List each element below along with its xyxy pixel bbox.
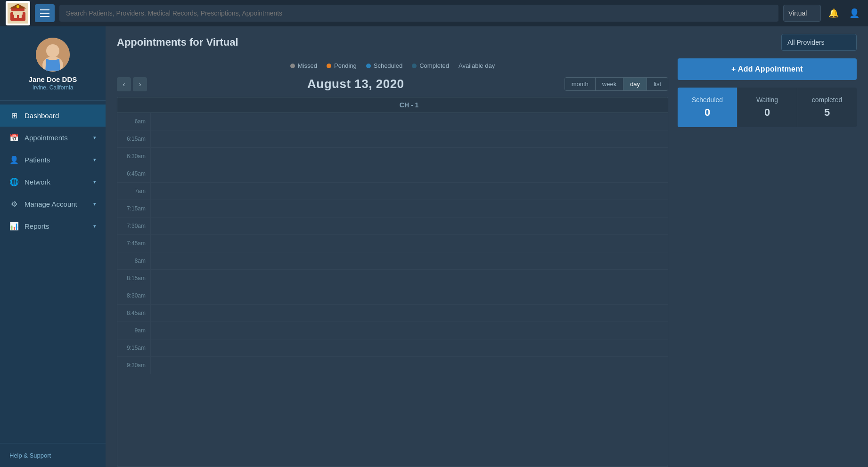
time-cell[interactable] bbox=[150, 183, 668, 200]
chevron-icon: ▾ bbox=[93, 201, 96, 207]
tab-day[interactable]: day bbox=[623, 78, 647, 90]
help-support-link[interactable]: Help & Support bbox=[9, 452, 51, 459]
time-slot: 7:30am bbox=[117, 217, 668, 235]
chevron-icon: ▾ bbox=[93, 157, 96, 163]
time-slot: 7:15am bbox=[117, 200, 668, 217]
time-cell[interactable] bbox=[150, 305, 668, 322]
tab-month[interactable]: month bbox=[565, 78, 596, 90]
prev-button[interactable]: ‹ bbox=[117, 77, 131, 91]
notification-button[interactable]: 🔔 bbox=[826, 5, 842, 21]
tab-list[interactable]: list bbox=[647, 78, 668, 90]
time-cell[interactable] bbox=[150, 287, 668, 304]
stats-row: Scheduled 0 Waiting 0 completed 5 bbox=[678, 88, 857, 127]
time-cell[interactable] bbox=[150, 270, 668, 287]
time-cell[interactable] bbox=[150, 235, 668, 252]
time-cell[interactable] bbox=[150, 339, 668, 356]
time-slot: 8:45am bbox=[117, 305, 668, 322]
completed-dot bbox=[412, 64, 417, 68]
completed-stat-value: 5 bbox=[824, 106, 830, 119]
page-title: Appointments for Virtual bbox=[117, 36, 238, 48]
network-icon: 🌐 bbox=[9, 177, 19, 186]
sidebar-item-network[interactable]: 🌐 Network ▾ bbox=[0, 171, 106, 193]
time-label: 6:15am bbox=[117, 136, 150, 142]
add-appointment-button[interactable]: + Add Appointment bbox=[678, 58, 857, 80]
chevron-icon: ▾ bbox=[93, 223, 96, 229]
svg-point-6 bbox=[16, 5, 19, 8]
time-cell[interactable] bbox=[150, 148, 668, 165]
svg-rect-5 bbox=[19, 14, 22, 18]
time-label: 9:15am bbox=[117, 345, 150, 351]
missed-dot bbox=[290, 64, 295, 68]
time-label: 8:30am bbox=[117, 292, 150, 299]
search-input[interactable] bbox=[59, 5, 778, 22]
sidebar-item-patients[interactable]: 👤 Patients ▾ bbox=[0, 149, 106, 171]
time-slot: 9:30am bbox=[117, 357, 668, 374]
time-slot: 9am bbox=[117, 322, 668, 339]
manage-account-icon: ⚙ bbox=[9, 200, 19, 209]
completed-label: Completed bbox=[419, 62, 449, 69]
time-cell[interactable] bbox=[150, 357, 668, 374]
legend-missed: Missed bbox=[290, 62, 317, 69]
scheduled-label: Scheduled bbox=[374, 62, 402, 69]
time-label: 9am bbox=[117, 327, 150, 334]
grid-column-header: CH - 1 bbox=[150, 101, 668, 109]
time-cell[interactable] bbox=[150, 200, 668, 217]
reports-icon: 📊 bbox=[9, 222, 19, 231]
nav-right: Virtual 🔔 👤 bbox=[783, 5, 862, 22]
user-menu-button[interactable]: 👤 bbox=[846, 5, 862, 21]
time-label: 7:15am bbox=[117, 205, 150, 212]
calendar-main: Missed Pending Scheduled Completed Ava bbox=[117, 58, 668, 467]
appointments-icon: 📅 bbox=[9, 133, 19, 142]
grid-header: CH - 1 bbox=[117, 97, 668, 113]
time-slot: 7:45am bbox=[117, 235, 668, 252]
time-label: 6am bbox=[117, 118, 150, 125]
next-button[interactable]: › bbox=[133, 77, 147, 91]
sidebar-item-label: Manage Account bbox=[25, 200, 77, 208]
calendar-date: August 13, 2020 bbox=[307, 77, 404, 91]
provider-select[interactable]: All Providers bbox=[781, 34, 857, 51]
sidebar-item-label: Appointments bbox=[25, 134, 68, 142]
time-cell[interactable] bbox=[150, 130, 668, 147]
hamburger-button[interactable] bbox=[35, 4, 55, 22]
time-cell[interactable] bbox=[150, 252, 668, 269]
scheduled-stat-label: Scheduled bbox=[692, 96, 723, 104]
chevron-icon: ▾ bbox=[93, 179, 96, 185]
waiting-stat-value: 0 bbox=[764, 106, 770, 119]
time-label: 8:45am bbox=[117, 310, 150, 316]
sidebar-item-manage-account[interactable]: ⚙ Manage Account ▾ bbox=[0, 193, 106, 215]
scheduled-stat-value: 0 bbox=[704, 106, 710, 119]
time-label: 8:15am bbox=[117, 275, 150, 282]
svg-point-8 bbox=[46, 44, 59, 57]
time-cell[interactable] bbox=[150, 322, 668, 339]
available-day-label: Available day bbox=[459, 62, 495, 69]
sidebar-item-reports[interactable]: 📊 Reports ▾ bbox=[0, 215, 106, 237]
sidebar-item-appointments[interactable]: 📅 Appointments ▾ bbox=[0, 127, 106, 149]
location-select[interactable]: Virtual bbox=[783, 5, 821, 22]
sidebar-item-dashboard[interactable]: ⊞ Dashboard bbox=[0, 105, 106, 127]
tab-week[interactable]: week bbox=[596, 78, 623, 90]
logo bbox=[6, 1, 30, 25]
scheduled-dot bbox=[366, 64, 371, 68]
time-slot: 8:30am bbox=[117, 287, 668, 305]
pending-label: Pending bbox=[334, 62, 357, 69]
chevron-icon: ▾ bbox=[93, 135, 96, 141]
nav-arrows: ‹ › bbox=[117, 77, 147, 91]
page-header: Appointments for Virtual All Providers bbox=[106, 26, 868, 58]
time-slot: 8:15am bbox=[117, 270, 668, 287]
waiting-stat-label: Waiting bbox=[756, 96, 778, 104]
grid-header-time bbox=[117, 101, 150, 109]
time-grid[interactable]: 6am 6:15am 6:30am 6:45am 7am 7:15am 7:30… bbox=[117, 113, 668, 463]
sidebar-footer: Help & Support bbox=[0, 443, 106, 467]
sidebar-item-label: Dashboard bbox=[25, 112, 59, 120]
missed-label: Missed bbox=[298, 62, 317, 69]
stat-completed: completed 5 bbox=[797, 88, 857, 127]
right-panel: + Add Appointment Scheduled 0 Waiting 0 … bbox=[678, 58, 857, 467]
time-cell[interactable] bbox=[150, 165, 668, 182]
calendar-panel: Missed Pending Scheduled Completed Ava bbox=[106, 58, 868, 467]
time-cell[interactable] bbox=[150, 217, 668, 234]
legend: Missed Pending Scheduled Completed Ava bbox=[117, 58, 668, 75]
layout: Jane Doe DDS Irvine, California ⊞ Dashbo… bbox=[0, 26, 868, 467]
pending-dot bbox=[327, 64, 331, 68]
time-cell[interactable] bbox=[150, 113, 668, 130]
time-label: 8am bbox=[117, 258, 150, 264]
